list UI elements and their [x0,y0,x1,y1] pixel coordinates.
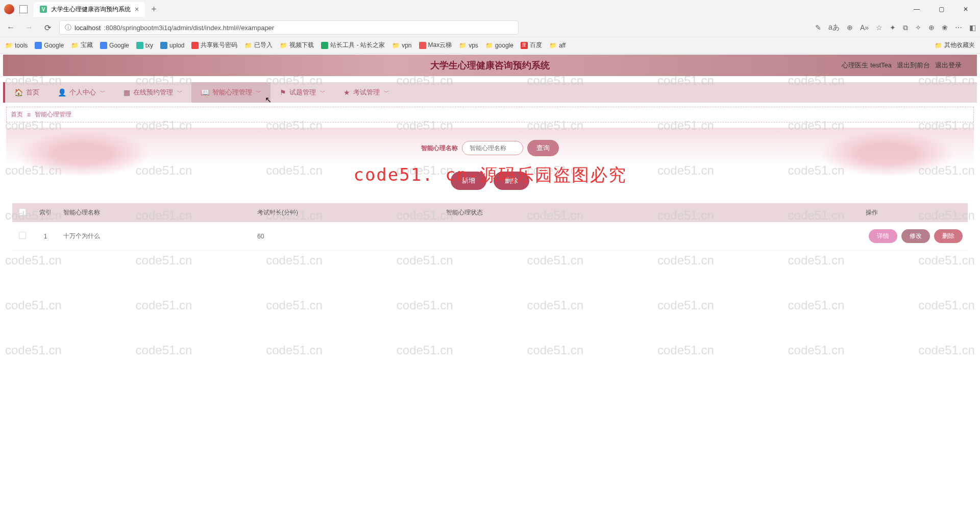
folder-icon: 📁 [392,42,400,49]
user-icon: 👤 [58,88,66,96]
logout-link[interactable]: 退出登录 [935,61,962,70]
url-host: localhost [75,24,101,32]
translate-icon[interactable]: aあ [828,23,840,32]
zoom-icon[interactable]: ⊕ [847,23,853,32]
info-icon[interactable]: ⓘ [65,23,71,32]
bookmark-item[interactable]: 📁google [485,42,513,49]
sidebar-icon[interactable]: ◧ [969,23,976,32]
extension-icon[interactable]: ✦ [890,23,896,32]
favorite-icon[interactable]: ☆ [876,23,883,32]
bookmark-item[interactable]: txy [136,42,153,49]
profile-icon[interactable] [4,4,14,14]
folder-icon: 📁 [280,42,287,49]
bookmark-item[interactable]: uplod [160,42,184,49]
back-button[interactable]: ← [4,21,17,34]
tabs-overview-icon[interactable] [19,5,28,13]
bookmark-item[interactable]: 📁aff [549,42,566,49]
browser-tab[interactable]: V 大学生心理健康咨询预约系统 × [34,2,145,17]
bookmark-item[interactable]: 📁视频下载 [280,41,314,50]
bookmark-item[interactable]: 度百度 [521,41,542,50]
main-nav: 🏠首页 👤个人中心﹀ ▦在线预约管理﹀ 📖智能心理管理﹀ ⚑试题管理﹀ ★考试管… [3,82,977,103]
content-area: 智能心理名称 查询 新增 删除 索引 智能心理名称 考试时长(分钟) 智能心理状… [6,128,974,257]
bookmark-item[interactable]: Max云梯 [419,41,452,50]
bookmark-item[interactable]: 📁vpn [392,42,411,49]
bookmark-item[interactable]: 📁宝藏 [71,41,93,50]
close-icon[interactable]: × [135,5,139,13]
chevron-down-icon: ﹀ [100,89,105,96]
row-delete-button[interactable]: 删除 [934,229,963,243]
search-input[interactable] [462,141,523,155]
col-index: 索引 [33,203,58,222]
edit-button[interactable]: 修改 [901,229,930,243]
star-icon: ★ [344,88,350,96]
menu-icon[interactable]: ⋯ [955,23,962,32]
address-bar: ← → ⟳ ⓘ localhost:8080/springbootm3i1q/a… [0,18,980,37]
col-duration: 考试时长(分钟) [252,203,441,222]
folder-icon: 📁 [549,42,557,49]
bookmarks-other[interactable]: 📁其他收藏夹 [935,41,975,50]
bookmark-item[interactable]: Google [35,42,64,49]
nav-profile[interactable]: 👤个人中心﹀ [48,82,114,103]
bookmark-item[interactable]: 站长工具 - 站长之家 [321,41,385,50]
folder-icon: 📁 [71,42,79,49]
breadcrumb-sep-icon: ≡ [27,111,31,118]
flag-icon: ⚑ [280,88,286,96]
nav-home[interactable]: 🏠首页 [5,82,48,103]
bookmark-item[interactable]: 📁tools [5,42,28,49]
close-window-button[interactable]: ✕ [955,2,976,16]
site-icon [160,42,167,49]
breadcrumb-home[interactable]: 首页 [11,110,23,119]
folder-icon: 📁 [459,42,467,49]
refresh-button[interactable]: ⟳ [41,21,54,34]
book-icon: 📖 [201,88,209,96]
site-icon [100,42,107,49]
table-row: 1 十万个为什么 60 详情 修改 删除 [12,222,968,251]
data-table: 索引 智能心理名称 考试时长(分钟) 智能心理状态 操作 1 十万个为什么 60… [12,203,968,251]
add-button[interactable]: 新增 [451,172,486,190]
action-row: 新增 删除 [12,172,968,190]
chevron-down-icon: ﹀ [177,89,182,96]
apps-icon[interactable]: ❀ [942,23,948,32]
col-name: 智能心理名称 [58,203,252,222]
nav-appointment[interactable]: ▦在线预约管理﹀ [114,82,191,103]
cell-index: 1 [33,222,58,251]
nav-question[interactable]: ⚑试题管理﹀ [271,82,334,103]
read-aloud-icon[interactable]: A» [860,23,869,32]
table-header-row: 索引 智能心理名称 考试时长(分钟) 智能心理状态 操作 [12,203,968,222]
site-icon [419,42,426,49]
url-field[interactable]: ⓘ localhost:8080/springbootm3i1q/admin/d… [59,20,519,35]
cell-name: 十万个为什么 [58,222,252,251]
bookmark-item[interactable]: 📁已导入 [244,41,273,50]
row-checkbox[interactable] [19,232,26,239]
downloads-icon[interactable]: ⊕ [928,23,935,32]
page-title: 大学生心理健康咨询预约系统 [430,59,550,71]
collections-icon[interactable]: ⧉ [903,23,908,32]
maximize-button[interactable]: ▢ [931,2,951,16]
favorites-list-icon[interactable]: ✧ [915,23,921,32]
nav-exam[interactable]: ★考试管理﹀ [334,82,398,103]
folder-icon: 📁 [935,42,942,49]
cell-status [441,222,861,251]
new-tab-button[interactable]: + [147,2,161,17]
minimize-button[interactable]: — [906,2,927,16]
folder-icon: 📁 [244,42,252,49]
col-ops: 操作 [861,203,968,222]
tab-title: 大学生心理健康咨询预约系统 [51,5,131,14]
bookmark-item[interactable]: Google [100,42,129,49]
browser-chrome: V 大学生心理健康咨询预约系统 × + — ▢ ✕ ← → ⟳ ⓘ localh… [0,0,980,54]
query-button[interactable]: 查询 [527,140,559,156]
bookmark-item[interactable]: 📁vps [459,42,478,49]
edit-icon[interactable]: ✎ [815,23,821,32]
bookmarks-bar: 📁tools Google 📁宝藏 Google txy uplod 共享账号密… [0,37,980,53]
folder-icon: 📁 [485,42,493,49]
select-all-checkbox[interactable] [19,208,26,215]
forward-button[interactable]: → [22,21,36,34]
folder-icon: 📁 [5,42,13,49]
nav-psychology[interactable]: 📖智能心理管理﹀ [191,82,271,103]
chevron-down-icon: ﹀ [384,89,389,96]
delete-button[interactable]: 删除 [494,172,529,190]
detail-button[interactable]: 详情 [869,229,897,243]
site-icon: 度 [521,42,528,49]
goto-front-link[interactable]: 退出到前台 [897,61,930,70]
bookmark-item[interactable]: 共享账号密码 [191,41,237,50]
